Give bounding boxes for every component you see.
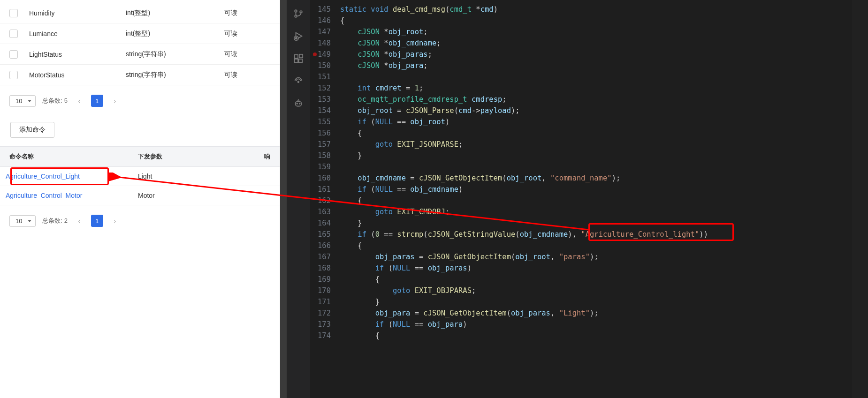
code-line[interactable]: 149 cJSON *obj_paras; xyxy=(310,49,868,60)
pager-next[interactable]: › xyxy=(110,216,120,226)
line-number: 162 xyxy=(310,195,340,206)
code-text: } xyxy=(340,218,362,229)
prop-type: string(字符串) xyxy=(126,71,224,79)
code-line[interactable]: 164 } xyxy=(310,218,868,229)
col-command-resp: 响 xyxy=(256,152,270,161)
line-number: 152 xyxy=(310,83,340,94)
code-text: static void deal_cmd_msg(cmd_t *cmd) xyxy=(340,4,498,15)
code-line[interactable]: 167 obj_paras = cJSON_GetObjectItem(obj_… xyxy=(310,251,868,263)
copilot-icon[interactable] xyxy=(293,98,304,109)
code-text: obj_cmdname = cJSON_GetObjectItem(obj_ro… xyxy=(340,173,620,184)
code-text: goto EXIT_OBJPARAS; xyxy=(340,285,476,296)
code-line[interactable]: 148 cJSON *obj_cmdname; xyxy=(310,38,868,49)
prop-name: LightStatus xyxy=(29,51,126,58)
code-line[interactable]: 154 obj_root = cJSON_Parse(cmd->payload)… xyxy=(310,105,868,116)
prop-rw: 可读 xyxy=(224,30,270,38)
checkbox[interactable] xyxy=(9,71,18,79)
code-line[interactable]: 161 if (NULL == obj_cmdname) xyxy=(310,184,868,195)
remote-icon[interactable] xyxy=(293,76,304,86)
code-line[interactable]: 165 if (0 == strcmp(cJSON_GetStringValue… xyxy=(310,229,868,240)
command-params: Light xyxy=(138,173,270,180)
code-line[interactable]: 152 int cmdret = 1; xyxy=(310,83,868,94)
command-row[interactable]: Agriculture_Control_Light Light xyxy=(0,167,280,186)
pager-prev[interactable]: ‹ xyxy=(74,96,84,106)
command-link[interactable]: Agriculture_Control_Light xyxy=(6,173,80,180)
line-number: 169 xyxy=(310,274,340,285)
code-line[interactable]: 169 { xyxy=(310,274,868,285)
page-size-value: 10 xyxy=(15,218,22,225)
pager-next[interactable]: › xyxy=(110,96,120,106)
col-command-name: 命令名称 xyxy=(9,152,138,161)
col-command-params: 下发参数 xyxy=(138,152,256,161)
add-command-button[interactable]: 添加命令 xyxy=(10,122,54,138)
code-line[interactable]: 163 goto EXIT_CMDOBJ; xyxy=(310,206,868,218)
checkbox[interactable] xyxy=(9,50,18,59)
table-row[interactable]: Lumiance int(整型) 可读 xyxy=(0,23,280,44)
code-text: } xyxy=(340,150,362,161)
code-text: { xyxy=(340,240,362,251)
code-text: { xyxy=(340,128,362,139)
svg-point-0 xyxy=(295,10,297,12)
line-number: 170 xyxy=(310,285,340,296)
code-line[interactable]: 156 { xyxy=(310,128,868,139)
code-text: cJSON *obj_root; xyxy=(340,26,428,38)
page-size-select[interactable]: 10 xyxy=(9,95,36,107)
code-editor[interactable]: 145static void deal_cmd_msg(cmd_t *cmd)1… xyxy=(310,0,868,398)
extensions-icon[interactable] xyxy=(293,53,304,64)
line-number: 153 xyxy=(310,94,340,105)
svg-point-1 xyxy=(295,15,297,17)
pager-current[interactable]: 1 xyxy=(91,215,103,227)
page-size-select[interactable]: 10 xyxy=(9,215,36,227)
breakpoint-icon[interactable] xyxy=(313,53,317,56)
code-line[interactable]: 168 if (NULL == obj_paras) xyxy=(310,263,868,274)
line-number: 156 xyxy=(310,128,340,139)
code-line[interactable]: 160 obj_cmdname = cJSON_GetObjectItem(ob… xyxy=(310,173,868,184)
scrollbar[interactable] xyxy=(280,0,287,398)
code-line[interactable]: 158 } xyxy=(310,150,868,161)
svg-rect-7 xyxy=(299,59,302,62)
prop-type: int(整型) xyxy=(126,9,224,17)
pager-current[interactable]: 1 xyxy=(91,95,103,107)
line-number: 146 xyxy=(310,15,340,26)
page-size-value: 10 xyxy=(15,98,22,105)
checkbox[interactable] xyxy=(9,9,18,17)
code-line[interactable]: 162 { xyxy=(310,195,868,206)
line-number: 147 xyxy=(310,26,340,38)
code-line[interactable]: 159 xyxy=(310,161,868,173)
svg-rect-6 xyxy=(295,59,298,62)
checkbox[interactable] xyxy=(9,30,18,38)
code-text: oc_mqtt_profile_cmdresp_t cmdresp; xyxy=(340,94,507,105)
code-line[interactable]: 166 { xyxy=(310,240,868,251)
code-line[interactable]: 172 obj_para = cJSON_GetObjectItem(obj_p… xyxy=(310,308,868,319)
code-line[interactable]: 151 xyxy=(310,71,868,83)
code-text: { xyxy=(340,330,380,341)
chevron-down-icon xyxy=(28,220,31,222)
code-line[interactable]: 155 if (NULL == obj_root) xyxy=(310,116,868,128)
code-line[interactable]: 146{ xyxy=(310,15,868,26)
code-line[interactable]: 157 goto EXIT_JSONPARSE; xyxy=(310,139,868,150)
command-row[interactable]: Agriculture_Control_Motor Motor xyxy=(0,186,280,205)
pager-total-label: 总条数: 5 xyxy=(42,97,67,105)
code-line[interactable]: 153 oc_mqtt_profile_cmdresp_t cmdresp; xyxy=(310,94,868,105)
code-line[interactable]: 150 cJSON *obj_para; xyxy=(310,60,868,71)
prop-name: Lumiance xyxy=(29,30,126,38)
pager-prev[interactable]: ‹ xyxy=(74,216,84,226)
line-number: 155 xyxy=(310,116,340,128)
command-link[interactable]: Agriculture_Control_Motor xyxy=(6,192,82,199)
git-branch-icon[interactable] xyxy=(293,8,304,19)
code-text: int cmdret = 1; xyxy=(340,83,423,94)
debug-icon[interactable] xyxy=(293,31,304,41)
code-line[interactable]: 147 cJSON *obj_root; xyxy=(310,26,868,38)
table-row[interactable]: Humidity int(整型) 可读 xyxy=(0,3,280,23)
code-line[interactable]: 173 if (NULL == obj_para) xyxy=(310,319,868,330)
code-line[interactable]: 174 { xyxy=(310,330,868,341)
code-line[interactable]: 170 goto EXIT_OBJPARAS; xyxy=(310,285,868,296)
minimap[interactable] xyxy=(852,0,868,398)
table-row[interactable]: MotorStatus string(字符串) 可读 xyxy=(0,65,280,85)
code-line[interactable]: 145static void deal_cmd_msg(cmd_t *cmd) xyxy=(310,4,868,15)
code-line[interactable]: 171 } xyxy=(310,296,868,308)
line-number: 145 xyxy=(310,4,340,15)
code-text: goto EXIT_JSONPARSE; xyxy=(340,139,463,150)
line-number: 168 xyxy=(310,263,340,274)
table-row[interactable]: LightStatus string(字符串) 可读 xyxy=(0,44,280,65)
